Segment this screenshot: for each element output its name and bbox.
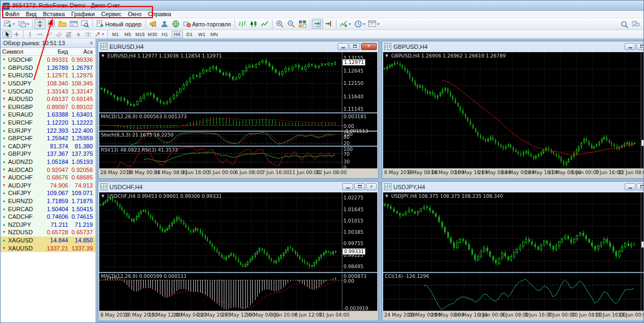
zoom-in-button[interactable] bbox=[274, 19, 286, 29]
chart-canvas[interactable] bbox=[99, 192, 377, 320]
timeframe-m15-button[interactable]: M15 bbox=[135, 31, 146, 38]
arrows-button[interactable]: ▾ bbox=[93, 31, 106, 38]
chart-canvas[interactable] bbox=[99, 52, 377, 177]
cursor-button[interactable] bbox=[2, 31, 12, 38]
timeframe-w1-button[interactable]: W1 bbox=[196, 31, 208, 38]
autotrading-button[interactable]: Авто-торговля bbox=[181, 19, 233, 29]
periods-button[interactable]: ▾ bbox=[353, 19, 367, 29]
indicators-button[interactable]: ▾ bbox=[338, 19, 353, 29]
market-watch-row[interactable]: ▲CHFJPY109.067109.071 bbox=[1, 189, 96, 197]
auto-scroll-button[interactable] bbox=[312, 19, 323, 29]
timeframe-m5-button[interactable]: M5 bbox=[122, 31, 134, 38]
line-chart-button[interactable] bbox=[259, 19, 270, 29]
close-icon[interactable]: × bbox=[90, 40, 93, 46]
vertical-line-button[interactable] bbox=[25, 31, 35, 38]
market-watch-row[interactable]: ▲CADCHF0.746060.74615 bbox=[1, 213, 96, 221]
news-button[interactable] bbox=[170, 19, 181, 29]
market-watch-row[interactable]: ▼AUDUSD0.691370.69145 bbox=[1, 95, 96, 103]
close-button[interactable]: × bbox=[361, 43, 377, 50]
market-watch-row[interactable]: ▼AUDCAD0.920470.92056 bbox=[1, 166, 96, 174]
templates-button[interactable]: ▾ bbox=[367, 19, 381, 29]
market-watch-row[interactable]: ▲EURCAD1.504041.50415 bbox=[1, 205, 96, 213]
market-watch-row[interactable]: ▲NZDJPY71.21171.219 bbox=[1, 220, 96, 228]
market-watch-row[interactable]: ▼AUDJPY74.90674.913 bbox=[1, 182, 96, 190]
minimize-button[interactable] bbox=[342, 183, 353, 190]
community-button[interactable] bbox=[159, 19, 170, 29]
market-watch-row[interactable]: ▲EURNZD1.718591.71875 bbox=[1, 197, 96, 205]
new-chart-button[interactable]: ▾ bbox=[2, 19, 17, 29]
column-bid[interactable]: Бид bbox=[40, 48, 68, 55]
market-watch-row[interactable]: ▼XAUUSD1337.211337.39 bbox=[1, 244, 96, 252]
chart-window-titlebar[interactable]: EURUSD,H4 × bbox=[98, 41, 378, 52]
market-watch-row[interactable]: ▲EURAUD1.633881.63401 bbox=[1, 111, 96, 119]
fibonacci-button[interactable] bbox=[64, 31, 74, 38]
maximize-button[interactable] bbox=[354, 183, 365, 190]
market-watch-row[interactable]: ▲GBPUSD1.267891.26797 bbox=[1, 64, 96, 72]
zoom-out-button[interactable] bbox=[286, 19, 297, 29]
timeframe-m30-button[interactable]: M30 bbox=[147, 31, 158, 38]
timeframe-d1-button[interactable]: D1 bbox=[184, 31, 195, 38]
tile-windows-button[interactable] bbox=[297, 19, 308, 29]
profiles-button[interactable]: ▾ bbox=[17, 19, 31, 29]
bar-chart-button[interactable] bbox=[237, 19, 248, 29]
menu-item-3[interactable]: Вставка bbox=[40, 11, 68, 18]
candlestick-chart-button[interactable] bbox=[248, 19, 259, 29]
trendline-button[interactable] bbox=[45, 31, 54, 38]
chart-window-titlebar[interactable]: USDCHF,H4 × bbox=[98, 182, 378, 192]
minimize-button[interactable] bbox=[338, 43, 348, 50]
terminal-button[interactable] bbox=[68, 19, 79, 29]
market-watch-row[interactable]: ▼USDCAD1.331431.33147 bbox=[1, 87, 96, 95]
menu-item-7[interactable]: Справка bbox=[145, 11, 174, 18]
timeframe-h4-button[interactable]: H4 bbox=[172, 31, 183, 38]
horizontal-line-button[interactable] bbox=[35, 31, 45, 38]
market-watch-header[interactable]: Обзор рынка: 10:51:13 × bbox=[1, 39, 96, 48]
maximize-button[interactable] bbox=[349, 43, 360, 50]
menu-item-5[interactable]: Сервис bbox=[98, 11, 125, 18]
timeframe-mn-button[interactable]: MN bbox=[209, 31, 220, 38]
market-watch-row[interactable]: ▼NZDUSD0.657280.65737 bbox=[1, 228, 96, 236]
menu-item-4[interactable]: Графики bbox=[68, 11, 98, 18]
market-watch-row[interactable]: ▲AUDNZD1.051841.05193 bbox=[1, 158, 96, 166]
equidistant-channel-button[interactable] bbox=[54, 31, 64, 38]
chart-window-titlebar[interactable]: USDJPY,H4 × bbox=[382, 182, 643, 192]
chart-shift-button[interactable] bbox=[323, 19, 334, 29]
menu-item-2[interactable]: Вид bbox=[23, 11, 40, 18]
navigator-button[interactable] bbox=[57, 19, 68, 29]
market-watch-row[interactable]: ▲GBPJPY137.367137.375 bbox=[1, 150, 96, 158]
minimize-button[interactable] bbox=[625, 183, 635, 190]
strategy-tester-button[interactable] bbox=[79, 19, 91, 29]
chat-button[interactable] bbox=[630, 19, 641, 30]
chart-canvas[interactable] bbox=[383, 52, 643, 177]
menu-item-6[interactable]: Окно bbox=[125, 11, 145, 18]
market-watch-row[interactable]: ▼EURUSD1.129711.12975 bbox=[1, 71, 96, 80]
maximize-button[interactable] bbox=[636, 183, 643, 190]
megaphone-button[interactable] bbox=[148, 19, 159, 29]
timeframe-m1-button[interactable]: M1 bbox=[110, 31, 121, 38]
crosshair-button[interactable] bbox=[12, 31, 21, 38]
menu-item-1[interactable]: Файл bbox=[2, 11, 23, 18]
data-window-button[interactable] bbox=[46, 19, 57, 29]
market-watch-row[interactable]: ▲EURCHF1.122201.12222 bbox=[1, 119, 96, 127]
column-ask[interactable]: Аск bbox=[68, 48, 94, 55]
close-button[interactable]: × bbox=[366, 183, 377, 190]
new-order-button[interactable]: Новый ордер bbox=[94, 19, 144, 29]
title-bar[interactable]: 8654373: RoboForex-Demo - Демо Счет bbox=[1, 1, 643, 11]
maximize-button[interactable] bbox=[636, 43, 643, 50]
market-watch-row[interactable]: ▼USDCHF0.993310.99336 bbox=[1, 56, 96, 64]
market-watch-row[interactable]: ▲EURJPY122.393122.400 bbox=[1, 126, 96, 134]
market-watch-row[interactable]: ▼USDJPY108.340108.345 bbox=[1, 80, 96, 88]
market-watch-button[interactable] bbox=[34, 19, 46, 29]
search-button[interactable] bbox=[619, 19, 630, 30]
text-label-button[interactable]: T bbox=[83, 31, 93, 38]
market-watch-row[interactable]: ▲GBPCHF1.259421.25959 bbox=[1, 134, 96, 142]
chart-canvas[interactable] bbox=[383, 192, 643, 320]
text-button[interactable]: A bbox=[74, 31, 83, 38]
market-watch-row[interactable]: ▲CADJPY81.37481.380 bbox=[1, 142, 96, 150]
timeframe-h1-button[interactable]: H1 bbox=[159, 31, 171, 38]
market-watch-row[interactable]: ▲XAGUSD14.84414.850 bbox=[1, 236, 96, 245]
chart-window-titlebar[interactable]: GBPUSD,H4 × bbox=[382, 41, 643, 52]
column-symbol[interactable]: Символ bbox=[2, 48, 40, 55]
market-watch-row[interactable]: ▼AUDCHF0.686760.68685 bbox=[1, 174, 96, 182]
market-watch-row[interactable]: ▼EURGBP0.890970.89102 bbox=[1, 103, 96, 111]
minimize-button[interactable] bbox=[625, 43, 635, 50]
